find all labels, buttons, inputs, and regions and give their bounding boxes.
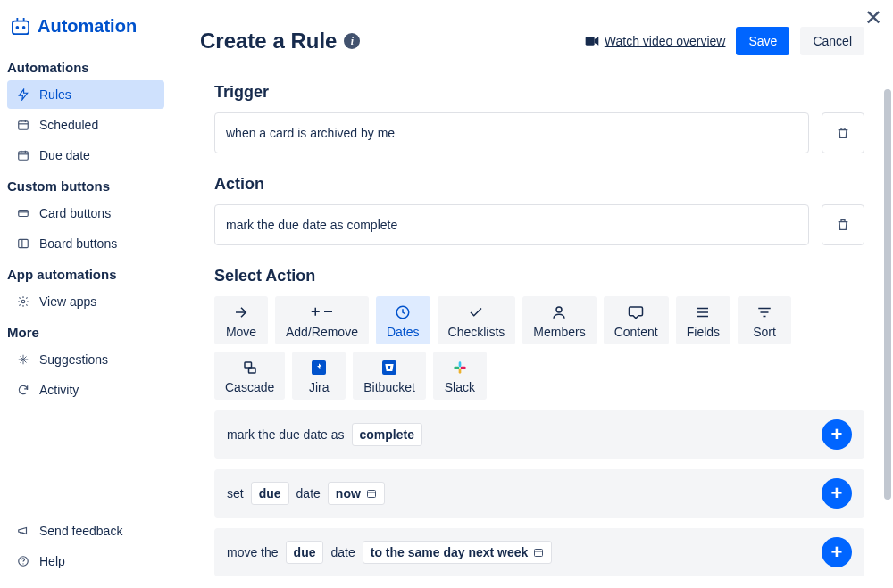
cascade-icon [242,359,258,377]
jira-icon [312,359,326,377]
scrollbar[interactable] [884,89,891,516]
video-link-text: Watch video overview [605,34,726,48]
action-summary[interactable]: mark the due date as complete [214,204,809,245]
option-text: set [227,486,244,501]
sidebar-item-scheduled[interactable]: Scheduled [7,111,164,139]
tab-label: Fields [687,325,720,339]
tab-add-remove[interactable]: Add/Remove [275,296,369,344]
sidebar-item-board-buttons[interactable]: Board buttons [7,229,164,258]
svg-rect-23 [245,362,252,368]
tab-checklists[interactable]: Checklists [438,296,516,344]
tab-label: Jira [309,380,330,394]
add-action-button[interactable]: + [822,478,852,509]
delete-action-button[interactable] [822,204,864,245]
tab-label: Bitbucket [363,380,415,394]
tab-cascade[interactable]: Cascade [214,352,285,400]
add-action-button[interactable]: + [822,537,852,567]
sidebar-item-due-date[interactable]: Due date [7,141,164,170]
sidebar-item-help[interactable]: Help [7,547,164,576]
sidebar-item-label: Suggestions [39,352,108,367]
bitbucket-icon [382,359,396,377]
calendar-icon [16,148,30,162]
tab-label: Checklists [448,325,505,339]
sidebar-item-suggestions[interactable]: Suggestions [7,345,164,374]
cancel-button[interactable]: Cancel [800,27,864,55]
robot-icon [11,18,30,36]
tab-jira[interactable]: Jira [292,352,346,400]
svg-rect-13 [19,211,29,217]
option-text: move the [227,545,279,559]
gear-icon [16,294,30,309]
trash-icon [836,126,850,140]
sidebar-item-label: View apps [39,294,96,309]
section-more: More [7,318,164,345]
option-text: mark the due date as [227,427,345,442]
svg-rect-24 [248,368,255,373]
sidebar-item-label: Rules [39,87,71,102]
tab-dates[interactable]: Dates [376,296,430,344]
section-custom-buttons: Custom buttons [7,171,164,199]
chip-now[interactable]: now [328,482,385,505]
sidebar-item-rules[interactable]: Rules [7,80,164,109]
save-button[interactable]: Save [736,27,789,55]
trigger-summary[interactable]: when a card is archived by me [214,112,809,153]
calendar-icon [16,118,30,132]
chip-due[interactable]: due [286,541,324,564]
tab-label: Slack [445,380,475,394]
sidebar-title: Automation [38,16,137,37]
megaphone-icon [16,524,30,538]
sidebar-item-card-buttons[interactable]: Card buttons [7,199,164,228]
trigger-heading: Trigger [214,83,864,102]
svg-rect-28 [454,367,459,369]
svg-rect-33 [535,550,543,557]
tab-label: Members [533,325,585,339]
card-icon [16,206,30,220]
action-option-mark-complete: mark the due date as complete + [214,410,864,459]
divider [200,70,864,70]
board-icon [16,236,30,251]
sidebar-item-label: Help [39,554,65,568]
refresh-icon [16,383,30,397]
tab-bitbucket[interactable]: Bitbucket [353,352,426,400]
chip-next-week[interactable]: to the same day next week [363,541,553,564]
tab-label: Add/Remove [286,325,358,339]
sidebar-item-label: Send feedback [39,524,122,538]
trash-icon [836,218,850,232]
lines-icon [695,303,711,321]
svg-rect-31 [367,491,375,498]
scrollbar-thumb[interactable] [884,89,891,500]
tab-members[interactable]: Members [522,296,596,344]
close-icon[interactable]: ✕ [864,5,882,30]
sidebar-item-send-feedback[interactable]: Send feedback [7,517,164,545]
svg-rect-15 [19,239,29,247]
tab-fields[interactable]: Fields [676,296,730,344]
option-text: date [330,545,355,559]
tab-slack[interactable]: Slack [433,352,487,400]
plus-minus-icon [309,303,334,321]
info-icon[interactable]: i [344,33,360,49]
tab-label: Content [614,325,658,339]
svg-rect-27 [459,361,462,367]
svg-rect-26 [382,360,396,375]
main-header: Create a Rule i Watch video overview Sav… [200,9,864,70]
add-action-button[interactable]: + [822,419,852,450]
chip-due[interactable]: due [251,482,289,505]
watch-video-link[interactable]: Watch video overview [585,34,726,48]
calendar-icon [533,547,544,558]
main-content: Create a Rule i Watch video overview Sav… [171,0,893,588]
tab-content[interactable]: Content [604,296,669,344]
sidebar-item-label: Activity [39,383,79,397]
calendar-icon [366,488,377,499]
sidebar: Automation Automations Rules Scheduled D… [0,0,171,588]
tab-sort[interactable]: Sort [738,296,791,344]
slack-icon [453,359,467,377]
svg-point-1 [16,26,20,29]
flash-icon [16,87,30,102]
tab-move[interactable]: Move [214,296,268,344]
sidebar-item-view-apps[interactable]: View apps [7,287,164,316]
svg-rect-5 [19,121,29,129]
delete-trigger-button[interactable] [822,112,864,153]
sidebar-item-label: Card buttons [39,206,111,220]
sidebar-item-activity[interactable]: Activity [7,376,164,404]
chip-complete[interactable]: complete [352,423,422,446]
